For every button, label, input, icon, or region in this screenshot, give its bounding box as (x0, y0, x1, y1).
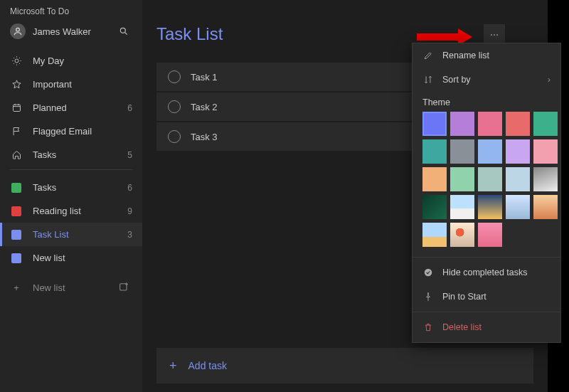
sidebar-item-new-list[interactable]: New list (0, 246, 142, 270)
theme-swatch[interactable] (506, 112, 530, 136)
theme-swatch[interactable] (533, 112, 558, 136)
list-color-icon (10, 228, 23, 241)
nav-label: My Day (33, 55, 132, 66)
task-checkbox[interactable] (168, 100, 181, 113)
menu-label: Sort by (442, 75, 471, 85)
theme-swatch-grid (413, 112, 560, 254)
theme-swatch[interactable] (506, 167, 530, 191)
sidebar-item-planned[interactable]: Planned 6 (0, 96, 142, 120)
svg-point-11 (491, 34, 492, 36)
page-title: Task List (156, 24, 223, 44)
svg-point-3 (15, 59, 18, 63)
add-task-label: Add task (188, 360, 227, 371)
avatar (10, 23, 26, 39)
sidebar-item-my-day[interactable]: My Day (0, 49, 142, 73)
app-title: Microsoft To Do (0, 0, 142, 16)
plus-icon: + (169, 359, 177, 374)
nav-count: 3 (127, 230, 132, 240)
sidebar-item-important[interactable]: Important (0, 73, 142, 96)
home-icon (10, 149, 23, 161)
check-circle-icon (422, 267, 434, 278)
user-name: James Walker (33, 26, 91, 37)
theme-photo-swatch[interactable] (422, 223, 447, 247)
nav-label: Reading list (33, 206, 127, 216)
svg-point-14 (425, 269, 432, 277)
nav-count: 5 (127, 150, 132, 160)
delete-list-menuitem[interactable]: Delete list (413, 315, 560, 339)
sort-icon (422, 74, 434, 85)
task-title: Task 3 (191, 132, 218, 142)
nav-label: Tasks (33, 182, 127, 193)
menu-label: Rename list (442, 51, 489, 60)
sort-by-menuitem[interactable]: Sort by › (413, 68, 560, 92)
nav-count: 6 (127, 183, 132, 193)
nav-label: Important (33, 79, 132, 90)
theme-photo-swatch[interactable] (478, 223, 502, 247)
theme-swatch[interactable] (422, 167, 447, 191)
app-window: — ▢ ✕ Microsoft To Do James Walker My Da… (0, 0, 548, 392)
menu-label: Hide completed tasks (442, 267, 528, 277)
sidebar-item-flagged-email[interactable]: Flagged Email (0, 120, 142, 143)
task-checkbox[interactable] (168, 70, 181, 83)
list-options-menu: Rename list Sort by › Theme Hide complet… (412, 43, 561, 343)
calendar-icon (10, 102, 23, 115)
nav-label: Flagged Email (33, 126, 132, 137)
svg-point-1 (120, 28, 125, 33)
pin-icon (422, 291, 434, 302)
pin-to-start-menuitem[interactable]: Pin to Start (413, 285, 560, 309)
theme-photo-swatch[interactable] (422, 195, 447, 219)
theme-header: Theme (413, 92, 560, 112)
list-color-icon (10, 181, 23, 194)
new-list-label: New list (33, 282, 65, 293)
sidebar-item-task-list[interactable]: Task List 3 (0, 223, 142, 246)
sidebar-item-reading-list[interactable]: Reading list 9 (0, 199, 142, 223)
theme-swatch[interactable] (450, 139, 474, 164)
nav-count: 9 (127, 206, 132, 216)
sun-icon (10, 55, 23, 68)
rename-list-menuitem[interactable]: Rename list (413, 43, 560, 68)
divider (10, 169, 132, 170)
theme-swatch[interactable] (478, 167, 502, 191)
sidebar-item-tasks[interactable]: Tasks 6 (0, 176, 142, 199)
smart-lists: My Day Important Planned 6 Flagged Email… (0, 46, 142, 166)
flag-icon (10, 125, 23, 138)
theme-swatch[interactable] (422, 139, 447, 164)
theme-photo-swatch[interactable] (533, 167, 558, 191)
theme-swatch[interactable] (506, 139, 530, 164)
hide-completed-menuitem[interactable]: Hide completed tasks (413, 260, 560, 285)
theme-swatch[interactable] (533, 139, 558, 164)
task-title: Task 2 (191, 102, 218, 112)
task-checkbox[interactable] (168, 130, 181, 143)
profile-row[interactable]: James Walker (0, 16, 142, 46)
search-button[interactable] (115, 23, 132, 40)
new-list-button[interactable]: + New list (0, 274, 142, 301)
new-group-button[interactable] (115, 279, 132, 296)
divider (413, 312, 560, 312)
theme-photo-swatch[interactable] (450, 223, 474, 247)
sidebar: Microsoft To Do James Walker My Day Impo… (0, 0, 142, 392)
list-color-icon (10, 252, 23, 265)
theme-swatch[interactable] (450, 167, 474, 191)
svg-rect-8 (120, 284, 127, 290)
nav-label: Planned (33, 102, 127, 113)
theme-photo-swatch[interactable] (450, 195, 474, 219)
svg-point-12 (494, 34, 495, 36)
nav-count: 6 (127, 103, 132, 113)
theme-swatch[interactable] (422, 112, 447, 136)
theme-swatch[interactable] (450, 112, 474, 136)
menu-label: Pin to Start (442, 292, 486, 302)
theme-swatch[interactable] (478, 139, 502, 164)
sidebar-item-tasks[interactable]: Tasks 5 (0, 143, 142, 166)
plus-icon: + (10, 281, 23, 294)
theme-photo-swatch[interactable] (478, 195, 502, 219)
theme-photo-swatch[interactable] (506, 195, 530, 219)
svg-line-2 (125, 33, 127, 35)
divider (413, 257, 560, 258)
header-row: Task List (156, 24, 533, 44)
svg-point-0 (16, 28, 20, 31)
main-panel: Task List Task 1 Task 2 Task 3 + Add tas… (142, 0, 548, 392)
theme-swatch[interactable] (478, 112, 502, 136)
theme-photo-swatch[interactable] (533, 195, 558, 219)
star-icon (10, 78, 23, 91)
add-task-input[interactable]: + Add task (156, 348, 533, 383)
